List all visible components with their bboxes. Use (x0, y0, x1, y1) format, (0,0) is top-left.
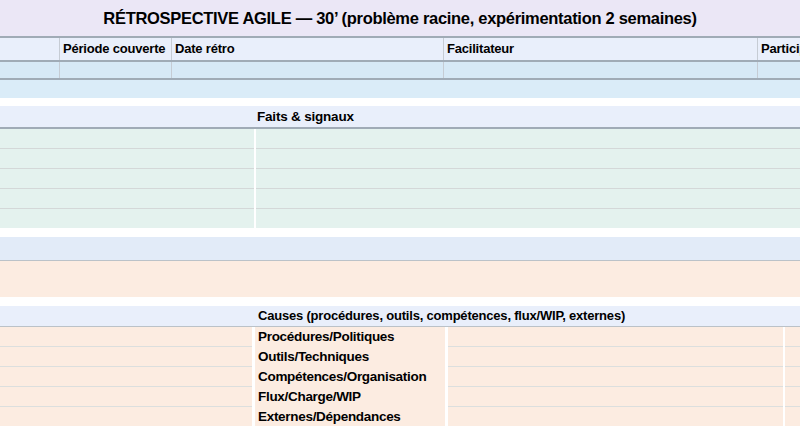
facilitator-input-cell[interactable] (443, 62, 757, 78)
causes-cell-left[interactable] (0, 327, 252, 347)
participants-header: Participants (757, 38, 800, 60)
corner-input-cell[interactable] (0, 62, 59, 78)
causes-cell-right[interactable] (448, 387, 783, 407)
causes-cell-edge[interactable] (785, 407, 800, 426)
causes-cell-right[interactable] (448, 407, 783, 426)
causes-cell-left[interactable] (0, 387, 252, 407)
causes-cell-right[interactable] (448, 347, 783, 367)
faits-cell-right[interactable] (256, 169, 800, 189)
causes-cell-right[interactable] (448, 367, 783, 387)
causes-cell-left[interactable] (0, 407, 252, 426)
period-input-cell[interactable] (59, 62, 171, 78)
causes-cell-right[interactable] (448, 327, 783, 347)
faits-cell-left[interactable] (0, 209, 254, 228)
faits-header-label: Faits & signaux (257, 106, 354, 127)
page-title: RÉTROSPECTIVE AGILE — 30’ (problème raci… (103, 9, 696, 28)
faits-cell-right[interactable] (256, 189, 800, 209)
faits-cell-left[interactable] (0, 129, 254, 149)
info-merged-band[interactable] (0, 80, 800, 98)
causes-cell-edge[interactable] (785, 367, 800, 387)
peach-merged-band[interactable] (0, 261, 800, 297)
period-header: Période couverte (59, 38, 171, 60)
faits-cell-left[interactable] (0, 149, 254, 169)
causes-cell-left[interactable] (0, 347, 252, 367)
faits-section-header: Faits & signaux (0, 106, 800, 127)
faits-cell-right[interactable] (256, 149, 800, 169)
faits-rows (0, 129, 800, 228)
faits-cell-right[interactable] (256, 209, 800, 228)
faits-cell-left[interactable] (0, 169, 254, 189)
blue-merged-band[interactable] (0, 237, 800, 260)
facilitator-header: Facilitateur (443, 38, 757, 60)
info-header-row: Période couverte Date rétro Facilitateur… (0, 38, 800, 60)
causes-cell-left[interactable] (0, 367, 252, 387)
causes-row-label: Procédures/Politiques (255, 327, 445, 347)
causes-section-header: Causes (procédures, outils, compétences,… (0, 306, 800, 326)
date-retro-header: Date rétro (171, 38, 443, 60)
causes-row-label: Compétences/Organisation (255, 367, 445, 387)
corner-cell[interactable] (0, 38, 59, 60)
causes-row-label: Externes/Dépendances (255, 407, 445, 426)
causes-cell-edge[interactable] (785, 347, 800, 367)
title-row: RÉTROSPECTIVE AGILE — 30’ (problème raci… (0, 0, 800, 36)
causes-cell-edge[interactable] (785, 387, 800, 407)
causes-row-label: Flux/Charge/WIP (255, 387, 445, 407)
info-input-row (0, 62, 800, 78)
faits-cell-right[interactable] (256, 129, 800, 149)
retrospective-worksheet: RÉTROSPECTIVE AGILE — 30’ (problème raci… (0, 0, 800, 426)
causes-rows: Procédures/Politiques Outils/Techniques … (0, 327, 800, 426)
date-retro-input-cell[interactable] (171, 62, 443, 78)
causes-cell-edge[interactable] (785, 327, 800, 347)
faits-cell-left[interactable] (0, 189, 254, 209)
causes-row-label: Outils/Techniques (255, 347, 445, 367)
participants-input-cell[interactable] (757, 62, 800, 78)
causes-header-label: Causes (procédures, outils, compétences,… (258, 306, 625, 326)
